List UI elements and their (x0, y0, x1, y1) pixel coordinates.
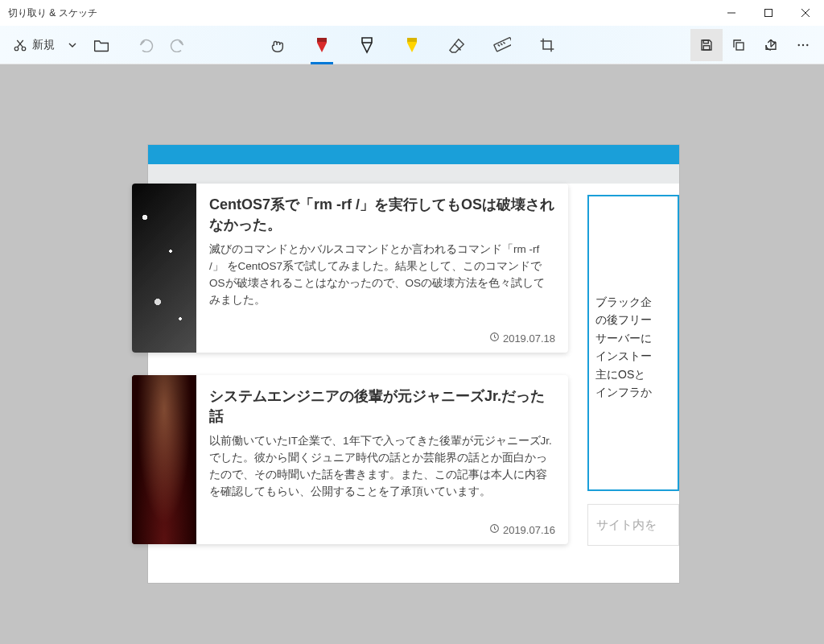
maximize-button[interactable] (750, 0, 787, 26)
svg-point-18 (798, 43, 800, 45)
page-subheader (148, 164, 679, 184)
svg-point-19 (802, 43, 804, 45)
site-search-box: サイト内を (587, 504, 679, 546)
article-title: システムエンジニアの後輩が元ジャニーズJr.だった話 (209, 386, 555, 427)
svg-point-20 (806, 43, 808, 45)
svg-rect-1 (765, 10, 772, 17)
article-date: 2019.07.16 (489, 523, 555, 536)
history-controls (138, 38, 185, 52)
crop-tool[interactable] (534, 29, 560, 61)
article-thumbnail (132, 184, 196, 353)
window-controls (713, 0, 824, 26)
article-title: CentOS7系で「rm -rf /」を実行してもOSは破壊されなかった。 (209, 195, 555, 235)
share-button[interactable] (755, 29, 787, 61)
window-title: 切り取り & スケッチ (8, 6, 97, 20)
copy-button[interactable] (723, 29, 755, 61)
article-card: システムエンジニアの後輩が元ジャニーズJr.だった話 以前働いていたIT企業で、… (132, 375, 568, 544)
new-snip-label: 新規 (32, 38, 55, 52)
svg-rect-15 (703, 40, 708, 43)
svg-rect-8 (317, 38, 327, 42)
toolbar: 新規 (0, 26, 824, 64)
ballpoint-pen-tool[interactable] (309, 29, 335, 61)
search-placeholder: サイト内を (596, 518, 657, 533)
touch-writing-tool[interactable] (264, 29, 290, 61)
minimize-button[interactable] (713, 0, 750, 26)
article-card: CentOS7系で「rm -rf /」を実行してもOSは破壊されなかった。 滅び… (132, 184, 568, 353)
close-button[interactable] (787, 0, 824, 26)
undo-button[interactable] (138, 38, 154, 52)
svg-line-12 (498, 43, 500, 46)
svg-rect-16 (703, 45, 710, 49)
canvas-area[interactable]: CentOS7系で「rm -rf /」を実行してもOSは破壊されなかった。 滅び… (0, 64, 824, 644)
eraser-tool[interactable] (444, 29, 470, 61)
new-snip-button[interactable]: 新規 (6, 31, 61, 60)
svg-rect-17 (736, 43, 744, 50)
pencil-tool[interactable] (354, 29, 380, 61)
more-button[interactable] (787, 29, 819, 61)
clock-icon (489, 332, 500, 345)
open-file-button[interactable] (87, 31, 116, 60)
page-header-bar (148, 145, 679, 164)
new-snip-dropdown[interactable] (61, 31, 84, 60)
snip-icon (13, 38, 27, 52)
ruler-tool[interactable] (489, 29, 515, 61)
redo-button[interactable] (169, 38, 185, 52)
profile-text: ブラック企 の後フリー サーバーに インストー 主にOSと インフラか (595, 293, 671, 401)
profile-box: ブラック企 の後フリー サーバーに インストー 主にOSと インフラか (587, 195, 679, 491)
highlighter-tool[interactable] (399, 29, 425, 61)
svg-line-10 (454, 43, 460, 50)
svg-line-13 (501, 43, 502, 45)
svg-rect-9 (407, 38, 417, 42)
article-date: 2019.07.18 (489, 332, 555, 345)
article-thumbnail (132, 375, 196, 544)
captured-screenshot: CentOS7系で「rm -rf /」を実行してもOSは破壊されなかった。 滅び… (148, 145, 679, 583)
article-excerpt: 以前働いていたIT企業で、1年下で入ってきた後輩が元ジャニーズJr.でした。彼か… (209, 433, 555, 501)
clock-icon (489, 523, 500, 536)
titlebar: 切り取り & スケッチ (0, 0, 824, 26)
svg-line-14 (503, 41, 505, 43)
save-button[interactable] (690, 29, 723, 61)
article-excerpt: 滅びのコマンドとかバルスコマンドとか言われるコマンド「rm -rf /」 をCe… (209, 242, 555, 309)
